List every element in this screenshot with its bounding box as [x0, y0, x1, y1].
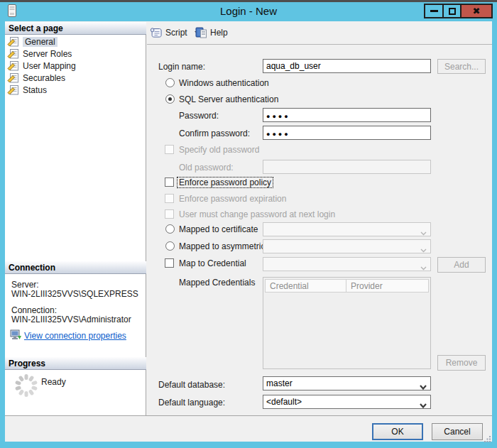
- confirm-password-input[interactable]: ●●●●: [263, 126, 431, 140]
- enforce-policy-checkbox[interactable]: [165, 177, 174, 187]
- server-value: WIN-2LIII325VVS\SQLEXPRESS: [11, 289, 138, 299]
- maximize-button[interactable]: [442, 4, 462, 18]
- confirm-password-label: Confirm password:: [179, 129, 250, 138]
- login-new-dialog: Login - New ✖ Select a page General Serv…: [0, 0, 497, 448]
- default-language-label: Default language:: [158, 398, 225, 408]
- page-icon: [7, 49, 20, 59]
- close-icon: ✖: [473, 6, 481, 16]
- connection-properties-icon: [10, 329, 22, 344]
- password-label: Password:: [179, 111, 219, 121]
- page-icon: [7, 85, 20, 95]
- close-button[interactable]: ✖: [460, 4, 493, 18]
- minimize-icon: [430, 10, 438, 12]
- mapped-asym-key-radio[interactable]: [165, 241, 175, 251]
- default-database-value: master: [266, 378, 293, 388]
- maximize-icon: [449, 8, 456, 15]
- windows-auth-radio[interactable]: [165, 78, 175, 87]
- specify-old-password-checkbox: [165, 145, 174, 154]
- map-credential-checkbox[interactable]: [165, 258, 174, 268]
- resize-grip[interactable]: [484, 432, 491, 445]
- help-label: Help: [210, 28, 228, 38]
- sql-auth-label: SQL Server authentication: [179, 94, 278, 104]
- login-name-input[interactable]: aqua_db_user: [263, 59, 431, 73]
- chevron-down-icon: [420, 382, 427, 390]
- specify-old-password-label: Specify old password: [179, 145, 259, 155]
- ok-button[interactable]: OK: [372, 423, 423, 440]
- sidebar-item-securables[interactable]: Securables: [7, 72, 142, 84]
- default-database-combo[interactable]: master: [263, 376, 431, 390]
- sql-auth-radio[interactable]: [165, 94, 175, 104]
- column-header-credential: Credential: [265, 279, 346, 293]
- chevron-down-icon: [420, 228, 427, 236]
- cancel-button[interactable]: Cancel: [432, 423, 483, 440]
- mapped-credentials-table: Credential Provider: [263, 277, 431, 369]
- page-icon: [7, 37, 20, 47]
- credential-combo: [263, 257, 431, 271]
- sidebar-item-label: General: [23, 37, 58, 47]
- connection-value: WIN-2LIII325VVS\Administrator: [11, 315, 131, 324]
- default-language-value: <default>: [266, 397, 302, 407]
- chevron-down-icon: [420, 400, 427, 409]
- connection-header: Connection: [5, 261, 146, 274]
- connection-label: Connection:: [11, 305, 57, 315]
- login-name-label: Login name:: [158, 62, 205, 72]
- map-credential-label: Map to Credential: [179, 258, 246, 268]
- sidebar-item-label: User Mapping: [23, 61, 76, 71]
- select-a-page-header: Select a page: [5, 22, 146, 35]
- old-password-label: Old password:: [179, 163, 234, 173]
- table-header-row: Credential Provider: [265, 279, 429, 293]
- help-button[interactable]: Help: [195, 25, 228, 40]
- search-button: Search...: [437, 59, 486, 74]
- page-icon: [7, 61, 20, 71]
- enforce-expiration-checkbox: [165, 194, 174, 203]
- mapped-certificate-label: Mapped to certificate: [179, 224, 258, 234]
- sidebar-item-general[interactable]: General: [7, 35, 142, 48]
- old-password-input: [263, 160, 431, 174]
- sidebar-item-status[interactable]: Status: [7, 84, 142, 96]
- help-book-icon: [195, 27, 207, 38]
- sidebar-item-label: Securables: [23, 73, 65, 83]
- windows-auth-label: Windows authentication: [179, 78, 269, 88]
- script-scroll-icon: [150, 27, 163, 38]
- default-database-label: Default database:: [158, 380, 225, 390]
- window-title: Login - New: [0, 5, 497, 17]
- remove-button: Remove: [437, 355, 486, 371]
- sidebar-item-label: Status: [23, 85, 47, 95]
- must-change-checkbox: [165, 209, 174, 219]
- default-language-combo[interactable]: <default>: [263, 395, 431, 409]
- asym-key-combo: [263, 239, 431, 253]
- sidebar-item-server-roles[interactable]: Server Roles: [7, 48, 142, 60]
- server-label: Server:: [11, 280, 39, 290]
- password-input[interactable]: ●●●●: [263, 108, 431, 122]
- view-connection-properties-link[interactable]: View connection properties: [24, 331, 126, 341]
- sidebar-item-user-mapping[interactable]: User Mapping: [7, 60, 142, 72]
- certificate-combo: [263, 222, 431, 236]
- enforce-policy-label: Enforce password policy: [177, 177, 273, 188]
- column-header-provider: Provider: [346, 279, 429, 293]
- progress-spinner-icon: [13, 373, 39, 401]
- progress-status: Ready: [41, 377, 66, 387]
- enforce-expiration-label: Enforce password expiration: [179, 194, 286, 204]
- toolbar-separator: [147, 44, 492, 45]
- mapped-credentials-label: Mapped Credentials: [179, 278, 255, 288]
- script-label: Script: [165, 28, 187, 38]
- script-button[interactable]: Script: [150, 25, 200, 40]
- add-button: Add: [437, 257, 486, 273]
- page-icon: [7, 73, 20, 83]
- sidebar-item-label: Server Roles: [23, 49, 72, 59]
- chevron-down-icon: [420, 263, 427, 271]
- mapped-certificate-radio[interactable]: [165, 224, 175, 234]
- progress-header: Progress: [5, 357, 146, 370]
- must-change-label: User must change password at next login: [179, 209, 335, 219]
- minimize-button[interactable]: [424, 4, 444, 18]
- screen-edge-strip: [0, 0, 497, 2]
- chevron-down-icon: [420, 245, 427, 253]
